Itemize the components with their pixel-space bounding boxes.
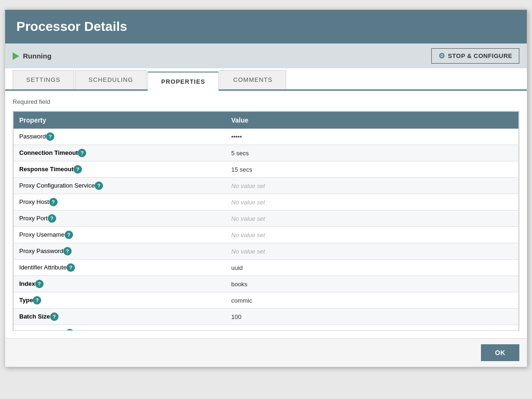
- dialog-toolbar: Running ⚙ STOP & CONFIGURE: [5, 44, 527, 68]
- table-row[interactable]: Proxy Configuration Service?No value set: [14, 178, 519, 194]
- processor-details-dialog: Processor Details Running ⚙ STOP & CONFI…: [5, 9, 527, 367]
- prop-name-cell: Connection Timeout?: [14, 145, 226, 161]
- prop-name-cell: Password?: [14, 129, 226, 145]
- prop-value-cell[interactable]: 15 secs: [226, 161, 479, 178]
- help-icon[interactable]: ?: [65, 231, 73, 239]
- tab-comments[interactable]: COMMENTS: [220, 70, 286, 89]
- prop-name-cell: Identifier Attribute?: [14, 260, 226, 276]
- prop-name-cell: Response Timeout?: [14, 161, 226, 178]
- tab-scheduling[interactable]: SCHEDULING: [75, 70, 147, 89]
- prop-value-cell[interactable]: index: [226, 325, 479, 331]
- table-row[interactable]: Response Timeout?15 secs: [14, 161, 519, 178]
- prop-action-cell: [478, 309, 518, 325]
- table-row[interactable]: Index?books: [14, 276, 519, 292]
- help-icon[interactable]: ?: [48, 214, 56, 223]
- dialog-title: Processor Details: [16, 19, 516, 34]
- help-icon[interactable]: ?: [66, 329, 74, 331]
- prop-name-cell: Proxy Host?: [14, 194, 226, 210]
- prop-action-cell: [478, 325, 518, 331]
- dialog-footer: OK: [5, 338, 527, 367]
- prop-action-cell: [478, 129, 518, 145]
- gear-icon: ⚙: [438, 51, 445, 60]
- col-property-header: Property: [14, 112, 226, 129]
- prop-value-cell[interactable]: books: [226, 276, 479, 292]
- properties-table: Property Value Password?•••••Connection …: [13, 111, 519, 331]
- tab-settings[interactable]: SETTINGS: [13, 70, 74, 89]
- help-icon[interactable]: ?: [63, 247, 72, 255]
- table-row[interactable]: Proxy Username?No value set: [14, 227, 519, 243]
- table-row[interactable]: Index Operation?index: [14, 325, 519, 331]
- ok-button[interactable]: OK: [481, 344, 519, 361]
- prop-value-cell[interactable]: No value set: [226, 178, 479, 194]
- prop-name-cell: Index?: [14, 276, 226, 292]
- prop-value-cell[interactable]: •••••: [226, 129, 479, 145]
- stop-configure-label: STOP & CONFIGURE: [448, 52, 512, 59]
- prop-name-cell: Index Operation?: [14, 325, 226, 331]
- table-header-row: Property Value: [14, 112, 519, 129]
- prop-value-cell[interactable]: No value set: [226, 243, 479, 260]
- prop-name-cell: Proxy Password?: [14, 243, 226, 260]
- prop-action-cell: [478, 178, 518, 194]
- help-icon[interactable]: ?: [46, 132, 54, 141]
- help-icon[interactable]: ?: [35, 280, 44, 288]
- prop-value-cell[interactable]: No value set: [226, 210, 479, 227]
- prop-action-cell: [478, 161, 518, 178]
- content-area: Required field Property Value Password?•…: [5, 91, 527, 338]
- prop-name-cell: Type?: [14, 292, 226, 309]
- prop-value-cell[interactable]: uuid: [226, 260, 479, 276]
- prop-action-cell: [478, 227, 518, 243]
- prop-value-cell[interactable]: 5 secs: [226, 145, 479, 161]
- prop-action-cell: [478, 145, 518, 161]
- prop-value-cell[interactable]: 100: [226, 309, 479, 325]
- dialog-header: Processor Details: [5, 10, 527, 44]
- prop-action-cell: [478, 276, 518, 292]
- col-action-header: [478, 112, 518, 129]
- required-field-label: Required field: [13, 98, 519, 105]
- prop-action-cell: [478, 260, 518, 276]
- table-row[interactable]: Type?commic: [14, 292, 519, 309]
- prop-name-cell: Proxy Username?: [14, 227, 226, 243]
- prop-action-cell: [478, 243, 518, 260]
- help-icon[interactable]: ?: [33, 296, 41, 305]
- table-row[interactable]: Batch Size?100: [14, 309, 519, 325]
- table-row[interactable]: Proxy Password?No value set: [14, 243, 519, 260]
- help-icon[interactable]: ?: [49, 198, 58, 206]
- status-running: Running: [13, 52, 52, 60]
- help-icon[interactable]: ?: [74, 165, 82, 174]
- status-label: Running: [23, 52, 52, 60]
- prop-name-cell: Proxy Port?: [14, 210, 226, 227]
- help-icon[interactable]: ?: [78, 149, 86, 157]
- prop-name-cell: Batch Size?: [14, 309, 226, 325]
- table-row[interactable]: Identifier Attribute?uuid: [14, 260, 519, 276]
- prop-action-cell: [478, 292, 518, 309]
- table-row[interactable]: Connection Timeout?5 secs: [14, 145, 519, 161]
- help-icon[interactable]: ?: [66, 263, 75, 272]
- table-row[interactable]: Password?•••••: [14, 129, 519, 145]
- prop-action-cell: [478, 210, 518, 227]
- table-row[interactable]: Proxy Host?No value set: [14, 194, 519, 210]
- prop-value-cell[interactable]: No value set: [226, 227, 479, 243]
- table-row[interactable]: Proxy Port?No value set: [14, 210, 519, 227]
- col-value-header: Value: [226, 112, 479, 129]
- prop-name-cell: Proxy Configuration Service?: [14, 178, 226, 194]
- tab-properties[interactable]: PROPERTIES: [148, 72, 219, 91]
- prop-value-cell[interactable]: No value set: [226, 194, 479, 210]
- help-icon[interactable]: ?: [50, 312, 59, 321]
- help-icon[interactable]: ?: [95, 181, 103, 190]
- properties-table-wrapper[interactable]: Property Value Password?•••••Connection …: [13, 111, 519, 331]
- play-icon: [13, 52, 19, 60]
- tabs-container: SETTINGS SCHEDULING PROPERTIES COMMENTS: [5, 70, 527, 91]
- prop-action-cell: [478, 194, 518, 210]
- stop-configure-button[interactable]: ⚙ STOP & CONFIGURE: [431, 48, 519, 64]
- prop-value-cell[interactable]: commic: [226, 292, 479, 309]
